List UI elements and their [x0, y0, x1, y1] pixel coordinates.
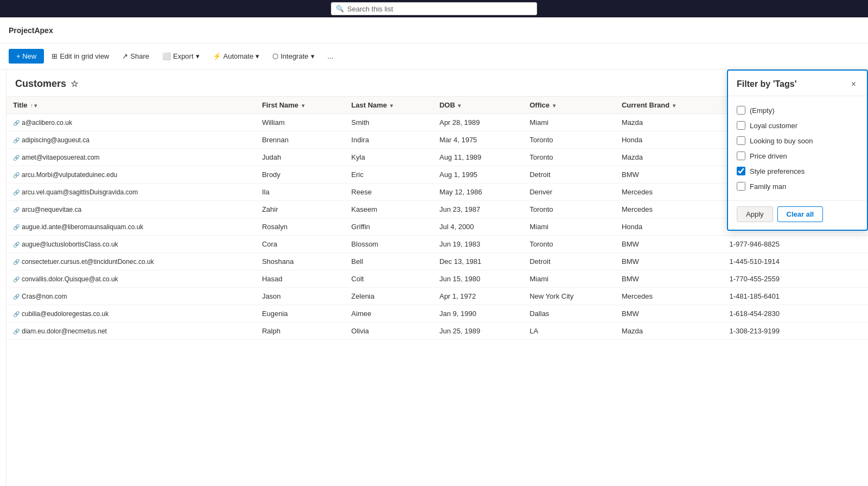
cell-brand: Honda: [615, 131, 723, 149]
cell-office: Miami: [523, 270, 615, 288]
share-icon: ↗: [122, 52, 128, 60]
filter-option[interactable]: Looking to buy soon: [737, 133, 858, 148]
cell-brand: BMW: [615, 253, 723, 270]
filter-checkbox-style-preferences[interactable]: [737, 167, 745, 175]
cell-first-name: Brody: [256, 166, 345, 184]
automate-button[interactable]: ⚡ Automate ▾: [207, 49, 265, 64]
main-content: Customers ☆ Title ↑▾ First Name ▾ Last N…: [0, 70, 868, 486]
top-bar: 🔍 Search this list: [0, 0, 868, 17]
filter-option[interactable]: (Empty): [737, 103, 858, 118]
cell-brand: Mercedes: [615, 201, 723, 218]
cell-office: Toronto: [523, 149, 615, 166]
cell-last-name: Griffin: [345, 218, 433, 236]
link-icon: 🔗: [13, 259, 20, 265]
table-row[interactable]: 🔗augue@luctuslobortisClass.co.uk Cora Bl…: [7, 236, 868, 253]
cell-brand: BMW: [615, 236, 723, 253]
cell-brand: Honda: [615, 218, 723, 236]
filter-checkbox-looking-to-buy-soon[interactable]: [737, 136, 745, 145]
col-last-name[interactable]: Last Name ▾: [345, 97, 433, 114]
filter-option[interactable]: Price driven: [737, 148, 858, 163]
app-header: ProjectApex: [0, 17, 868, 43]
search-bar[interactable]: 🔍 Search this list: [331, 2, 537, 15]
table-row[interactable]: 🔗diam.eu.dolor@necmetus.net Ralph Olivia…: [7, 323, 868, 340]
filter-option-label[interactable]: (Empty): [750, 106, 775, 115]
col-dob[interactable]: DOB ▾: [433, 97, 523, 114]
cell-first-name: Judah: [256, 149, 345, 166]
filter-checkbox-loyal-customer[interactable]: [737, 121, 745, 130]
new-button[interactable]: + New: [9, 49, 44, 64]
cell-title: 🔗diam.eu.dolor@necmetus.net: [7, 323, 256, 340]
automate-chevron-icon: ▾: [256, 52, 259, 60]
cell-last-name: Bell: [345, 253, 433, 270]
clear-all-button[interactable]: Clear all: [777, 206, 824, 222]
search-placeholder: Search this list: [347, 5, 393, 13]
table-row[interactable]: 🔗Cras@non.com Jason Zelenia Apr 1, 1972 …: [7, 288, 868, 305]
filter-panel-close-button[interactable]: ×: [849, 78, 858, 90]
filter-checkbox-family-man[interactable]: [737, 182, 745, 191]
cell-last-name: Reese: [345, 184, 433, 201]
cell-office: Toronto: [523, 131, 615, 149]
filter-option-label[interactable]: Looking to buy soon: [750, 137, 813, 145]
cell-office: LA: [523, 323, 615, 340]
cell-title: 🔗amet@vitaeposuereat.com: [7, 149, 256, 166]
cell-title: 🔗arcu.vel.quam@sagittisDuisgravida.com: [7, 184, 256, 201]
favorite-icon[interactable]: ☆: [71, 79, 78, 89]
cell-brand: Mazda: [615, 149, 723, 166]
filter-option[interactable]: Family man: [737, 179, 858, 194]
export-button[interactable]: ⬜ Export ▾: [157, 49, 205, 64]
cell-title: 🔗convallis.dolor.Quisque@at.co.uk: [7, 270, 256, 288]
cell-last-name: Olivia: [345, 323, 433, 340]
filter-option[interactable]: Loyal customer: [737, 118, 858, 133]
filter-option-label[interactable]: Loyal customer: [750, 122, 797, 130]
table-title: Customers: [15, 78, 66, 90]
col-title[interactable]: Title ↑▾: [7, 97, 256, 114]
col-brand[interactable]: Current Brand ▾: [615, 97, 723, 114]
filter-panel: Filter by 'Tags' × (Empty) Loyal custome…: [727, 70, 868, 231]
edit-grid-button[interactable]: ⊞ Edit in grid view: [46, 49, 114, 64]
more-button[interactable]: ...: [322, 49, 339, 64]
filter-checkbox-(empty)[interactable]: [737, 106, 745, 115]
table-row[interactable]: 🔗consectetuer.cursus.et@tinciduntDonec.c…: [7, 253, 868, 270]
col-office[interactable]: Office ▾: [523, 97, 615, 114]
apply-button[interactable]: Apply: [737, 206, 773, 222]
toolbar: + New ⊞ Edit in grid view ↗ Share ⬜ Expo…: [0, 43, 868, 70]
filter-option-label[interactable]: Family man: [750, 182, 786, 191]
link-icon: 🔗: [13, 155, 20, 161]
left-sidebar: [0, 70, 7, 486]
cell-ta: [834, 270, 868, 288]
filter-checkbox-price-driven[interactable]: [737, 152, 745, 160]
cell-brand: Mercedes: [615, 288, 723, 305]
cell-first-name: Ila: [256, 184, 345, 201]
cell-ta: [834, 305, 868, 323]
cell-last-name: Blossom: [345, 236, 433, 253]
link-icon: 🔗: [13, 311, 20, 317]
filter-option-label[interactable]: Style preferences: [750, 167, 805, 175]
cell-last-name: Kyla: [345, 149, 433, 166]
filter-option-label[interactable]: Price driven: [750, 152, 787, 160]
cell-office: Toronto: [523, 236, 615, 253]
cell-brand: Mazda: [615, 114, 723, 131]
cell-title: 🔗cubilia@eudoloregestas.co.uk: [7, 305, 256, 323]
share-button[interactable]: ↗ Share: [117, 49, 155, 64]
table-row[interactable]: 🔗convallis.dolor.Quisque@at.co.uk Hasad …: [7, 270, 868, 288]
table-row[interactable]: 🔗cubilia@eudoloregestas.co.uk Eugenia Ai…: [7, 305, 868, 323]
cell-office: Miami: [523, 114, 615, 131]
filter-option[interactable]: Style preferences: [737, 163, 858, 179]
filter-icon: ▾: [302, 103, 304, 109]
cell-dob: Jul 4, 2000: [433, 218, 523, 236]
filter-icon: ▾: [458, 103, 461, 109]
cell-phone: 1-445-510-1914: [723, 253, 835, 270]
cell-title: 🔗arcu@nequevitae.ca: [7, 201, 256, 218]
link-icon: 🔗: [13, 294, 20, 300]
integrate-button[interactable]: ⬡ Integrate ▾: [267, 49, 320, 64]
grid-icon: ⊞: [52, 52, 58, 60]
filter-options: (Empty) Loyal customer Looking to buy so…: [728, 96, 867, 200]
cell-ta: [834, 323, 868, 340]
export-chevron-icon: ▾: [196, 52, 200, 60]
cell-first-name: Jason: [256, 288, 345, 305]
integrate-chevron-icon: ▾: [311, 52, 315, 60]
cell-first-name: Hasad: [256, 270, 345, 288]
col-first-name[interactable]: First Name ▾: [256, 97, 345, 114]
cell-office: Miami: [523, 218, 615, 236]
link-icon: 🔗: [13, 242, 20, 248]
